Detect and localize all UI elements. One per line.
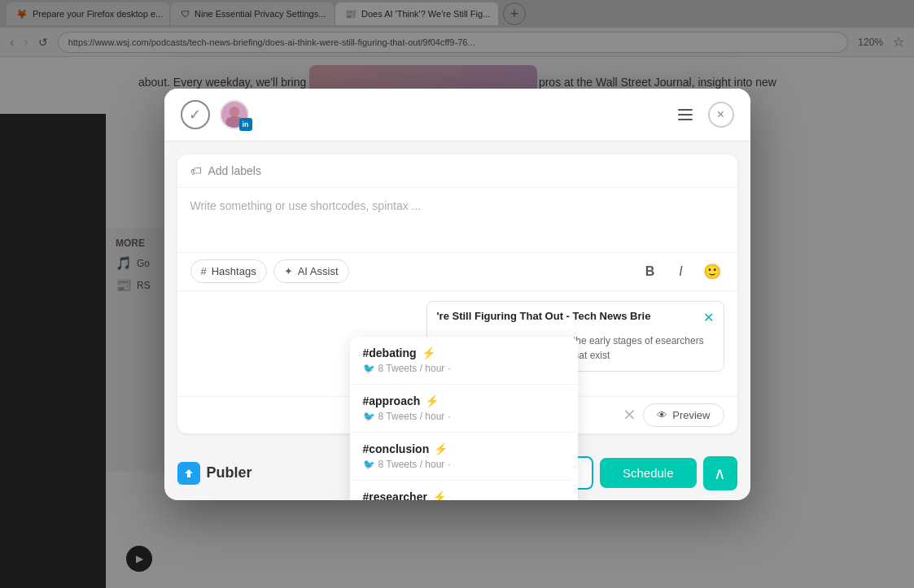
bold-button[interactable]: B	[638, 259, 663, 284]
ai-assist-button[interactable]: ✦ AI Assist	[273, 259, 349, 283]
tweet-icon-1: 🐦	[363, 411, 375, 422]
avatar-wrapper: in	[220, 100, 249, 129]
hashtag-item-2[interactable]: #conclusion ⚡ 🐦 8 Tweets / hour ·	[350, 433, 578, 481]
modal-dialog: ✓ in ×	[164, 89, 750, 500]
schedule-button[interactable]: Schedule	[600, 458, 697, 488]
write-area[interactable]: Write something or use shortcodes, spint…	[177, 188, 737, 253]
chevron-up-button[interactable]: ∧	[703, 456, 737, 490]
close-button[interactable]: ×	[708, 102, 734, 128]
hashtag-item-3[interactable]: #researcher ⚡ 🐦 8 Tweets / hour ·	[350, 481, 578, 500]
publer-logo-svg	[181, 466, 196, 481]
close-icon: ×	[717, 107, 724, 122]
check-circle-button[interactable]: ✓	[181, 100, 210, 129]
bolt-icon-0: ⚡	[422, 346, 435, 359]
article-card-close[interactable]: ✕	[703, 310, 714, 325]
bolt-icon-3: ⚡	[432, 490, 446, 500]
svg-point-1	[229, 107, 238, 116]
tweet-icon-0: 🐦	[363, 363, 375, 374]
bolt-icon-1: ⚡	[425, 394, 439, 407]
hashtag-name-0: #debating	[363, 346, 417, 359]
image-icon[interactable]: ✕	[623, 405, 636, 425]
check-icon: ✓	[189, 106, 201, 124]
add-labels-row[interactable]: 🏷 Add labels	[177, 155, 737, 188]
ai-assist-icon: ✦	[284, 265, 293, 277]
hashtag-icon: #	[201, 265, 207, 277]
hashtag-stats-1: 🐦 8 Tweets / hour ·	[363, 411, 565, 422]
preview-button[interactable]: 👁 Preview	[643, 403, 724, 427]
hashtags-button[interactable]: # Hashtags	[190, 259, 267, 283]
article-card-title: 're Still Figuring That Out - Tech News …	[437, 310, 703, 322]
tweet-icon-2: 🐦	[363, 459, 375, 470]
toolbar-row: # Hashtags ✦ AI Assist B I	[177, 253, 737, 290]
emoji-icon: 🙂	[703, 263, 721, 281]
preview-label: Preview	[672, 409, 710, 421]
ai-assist-label: AI Assist	[298, 265, 339, 277]
hashtags-label: Hashtags	[212, 265, 256, 277]
hashtag-item-0[interactable]: #debating ⚡ 🐦 8 Tweets / hour ·	[350, 337, 578, 385]
modal-header: ✓ in ×	[164, 89, 750, 142]
publer-icon	[177, 462, 200, 485]
hashtag-item-1[interactable]: #approach ⚡ 🐦 8 Tweets / hour ·	[350, 385, 578, 433]
write-placeholder: Write something or use shortcodes, spint…	[190, 199, 422, 212]
article-card-header: 're Still Figuring That Out - Tech News …	[427, 302, 724, 333]
bolt-icon-2: ⚡	[434, 442, 448, 455]
hashtag-dropdown: #debating ⚡ 🐦 8 Tweets / hour · #approac…	[350, 337, 578, 500]
italic-button[interactable]: I	[669, 259, 693, 284]
publer-name: Publer	[207, 464, 252, 481]
hashtag-stats-2: 🐦 8 Tweets / hour ·	[363, 459, 565, 470]
chevron-up-icon: ∧	[714, 465, 726, 481]
hashtag-name-2: #conclusion	[363, 442, 430, 455]
add-labels-label: Add labels	[208, 164, 261, 177]
label-icon: 🏷	[190, 164, 202, 177]
modal-backdrop: ✓ in ×	[0, 0, 914, 588]
linkedin-badge: in	[239, 118, 252, 131]
preview-eye-icon: 👁	[657, 409, 667, 421]
hamburger-button[interactable]	[672, 102, 698, 128]
hashtag-name-3: #researcher	[363, 490, 427, 500]
emoji-button[interactable]: 🙂	[700, 259, 724, 284]
publer-logo: Publer	[177, 462, 252, 485]
hashtag-stats-0: 🐦 8 Tweets / hour ·	[363, 363, 565, 374]
hashtag-name-1: #approach	[363, 394, 421, 407]
